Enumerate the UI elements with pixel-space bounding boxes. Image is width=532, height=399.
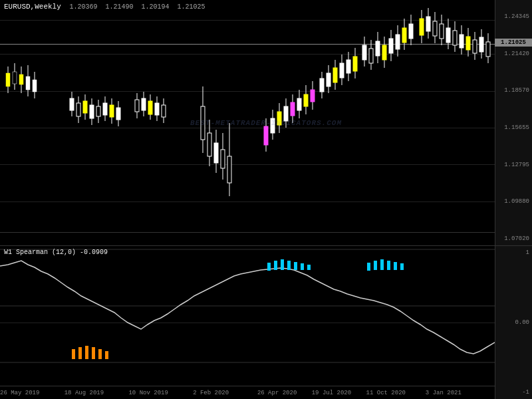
svg-rect-35 [162, 105, 166, 117]
svg-rect-21 [103, 103, 107, 115]
chart-container: EURUSD,Weekly 1.20369 1.21490 1.20194 1.… [0, 0, 532, 399]
indicator-title: W1 Spearman (12,0) -0.0909 [4, 249, 108, 256]
svg-rect-105 [466, 37, 470, 50]
ohlc-label: 1.20369 1.21490 1.20194 1.21025 [65, 3, 205, 11]
svg-rect-37 [201, 106, 205, 140]
time-label-4: 2 Feb 2020 [193, 390, 229, 396]
svg-rect-39 [207, 133, 211, 156]
indicator-svg [0, 246, 495, 366]
svg-rect-17 [90, 105, 94, 118]
svg-rect-15 [83, 101, 87, 113]
svg-rect-89 [409, 24, 413, 39]
svg-rect-75 [362, 45, 366, 60]
svg-rect-7 [26, 76, 30, 90]
indicator-level-1: 1 [495, 249, 532, 256]
svg-rect-87 [402, 28, 406, 43]
price-level-1: 1.24345 [495, 13, 532, 20]
svg-rect-97 [440, 24, 444, 39]
svg-rect-85 [396, 35, 400, 49]
svg-rect-5 [19, 74, 23, 84]
svg-rect-49 [271, 118, 275, 133]
svg-rect-128 [367, 263, 370, 271]
svg-rect-115 [72, 349, 75, 359]
svg-rect-43 [221, 150, 225, 168]
svg-rect-61 [311, 90, 315, 102]
svg-rect-29 [142, 98, 146, 110]
svg-rect-95 [433, 21, 437, 36]
indicator-time-axis: 26 May 2019 18 Aug 2019 10 Nov 2019 2 Fe… [0, 386, 495, 399]
svg-rect-1 [6, 73, 10, 86]
svg-rect-9 [33, 80, 37, 92]
svg-rect-27 [135, 100, 139, 112]
time-label-5: 26 Apr 2020 [257, 390, 297, 396]
time-label-6: 19 Jul 2020 [312, 390, 351, 396]
svg-rect-59 [304, 94, 308, 106]
time-label-3: 10 Nov 2019 [128, 390, 168, 396]
svg-rect-47 [264, 126, 268, 145]
svg-rect-99 [446, 28, 450, 43]
svg-rect-125 [294, 262, 297, 270]
svg-rect-116 [78, 347, 82, 359]
svg-rect-111 [486, 42, 490, 57]
price-level-2: 1.21420 [495, 51, 532, 57]
price-axis: 1.24345 1.21420 1.18570 1.15655 1.12795 … [495, 0, 532, 245]
svg-rect-121 [267, 263, 271, 271]
svg-rect-101 [453, 31, 457, 45]
price-level-4: 1.15655 [495, 124, 532, 131]
candlestick-chart [0, 0, 495, 233]
time-label-7: 11 Oct 2020 [366, 390, 406, 396]
svg-rect-53 [284, 106, 288, 121]
svg-rect-133 [400, 263, 404, 270]
svg-rect-57 [297, 98, 301, 110]
svg-rect-93 [426, 17, 430, 31]
svg-rect-77 [369, 49, 373, 63]
price-level-6: 1.09880 [495, 198, 532, 205]
svg-rect-69 [340, 63, 344, 78]
svg-rect-131 [387, 261, 390, 270]
svg-rect-41 [214, 143, 218, 163]
svg-rect-107 [473, 40, 477, 53]
svg-rect-23 [110, 105, 114, 117]
svg-rect-130 [380, 259, 384, 270]
svg-rect-65 [327, 73, 331, 86]
time-label-2: 18 Aug 2019 [65, 390, 104, 396]
svg-rect-63 [320, 78, 324, 92]
time-label-1: 26 May 2019 [0, 390, 39, 396]
svg-rect-119 [98, 349, 102, 359]
svg-rect-13 [76, 103, 80, 116]
svg-rect-25 [116, 108, 120, 120]
chart-title: EURUSD,Weekly 1.20369 1.21490 1.20194 1.… [4, 3, 205, 11]
svg-rect-83 [389, 39, 393, 53]
svg-rect-109 [479, 37, 483, 52]
svg-rect-118 [92, 347, 95, 359]
svg-rect-51 [277, 112, 281, 125]
indicator-chart: W1 Spearman (12,0) -0.0909 [0, 246, 532, 399]
svg-rect-117 [85, 346, 88, 359]
svg-rect-79 [376, 41, 380, 56]
indicator-level-3: -1 [495, 389, 532, 396]
time-label-8: 3 Jan 2021 [426, 390, 462, 396]
price-level-7: 1.07020 [495, 235, 532, 242]
svg-rect-129 [374, 261, 377, 270]
svg-rect-126 [301, 263, 304, 270]
svg-rect-120 [105, 351, 108, 359]
indicator-price-axis: 1 0.00 -1 [495, 246, 532, 399]
indicator-level-2: 0.00 [495, 319, 532, 326]
svg-rect-33 [155, 103, 159, 115]
svg-rect-3 [13, 72, 17, 84]
main-chart: EURUSD,Weekly 1.20369 1.21490 1.20194 1.… [0, 0, 532, 246]
svg-rect-45 [227, 156, 231, 183]
svg-rect-73 [353, 57, 357, 71]
svg-rect-132 [394, 262, 397, 270]
svg-rect-19 [96, 106, 100, 116]
svg-rect-123 [281, 259, 284, 270]
price-level-3: 1.18570 [495, 87, 532, 94]
svg-rect-67 [333, 68, 337, 82]
svg-rect-91 [420, 19, 424, 35]
svg-rect-122 [274, 261, 277, 270]
symbol-label: EURUSD,Weekly [4, 3, 61, 11]
svg-rect-124 [287, 261, 291, 270]
svg-rect-11 [70, 98, 74, 110]
svg-rect-103 [460, 35, 464, 48]
price-level-5: 1.12795 [495, 162, 532, 168]
